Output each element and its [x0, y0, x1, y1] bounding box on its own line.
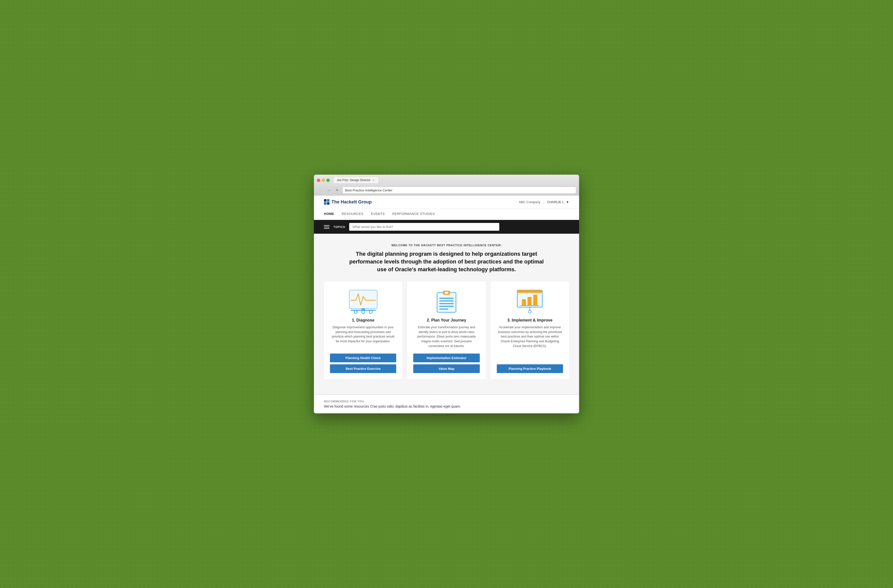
svg-rect-19 — [439, 308, 448, 310]
svg-rect-17 — [439, 303, 454, 304]
tab-close-icon[interactable]: ✕ — [373, 179, 375, 182]
implementation-estimator-button[interactable]: Implementation Estimator — [413, 353, 480, 362]
browser-titlebar: Joe Fritz: Design Director ✕ — [317, 177, 576, 183]
card-3-desc: Accelerate your implementation and impro… — [497, 325, 563, 349]
svg-rect-22 — [522, 299, 526, 305]
header-divider: | — [543, 200, 544, 204]
address-bar[interactable] — [343, 186, 576, 194]
card-1-desc: Diagnose improvement opportunities in yo… — [330, 325, 396, 344]
card-plan-journey: 2. Plan Your Journey Estimate your trans… — [407, 281, 486, 379]
value-map-button[interactable]: Value Map — [413, 364, 480, 373]
cards-row: 1. Diagnose Diagnose improvement opportu… — [324, 281, 569, 379]
main-content: WELCOME TO THE HACKETT BEST PRACTICE INT… — [314, 234, 579, 394]
nav-item-resources[interactable]: RESOURCES — [342, 208, 364, 220]
topics-label: TOPICS — [334, 226, 345, 229]
logo-area: The Hackett Group — [324, 199, 372, 205]
hamburger-menu-icon[interactable] — [324, 225, 329, 229]
svg-rect-0 — [324, 199, 326, 202]
welcome-subtitle: WELCOME TO THE HACKETT BEST PRACTICE INT… — [324, 244, 569, 247]
svg-rect-23 — [528, 297, 532, 306]
best-practice-exercise-button[interactable]: Best Practice Exercise — [330, 364, 396, 373]
diagnose-icon — [348, 289, 378, 314]
svg-point-9 — [369, 311, 372, 314]
header-right: ABC Company | CHARLIE L. ▼ — [519, 200, 569, 204]
tab-title: Joe Fritz: Design Director — [337, 178, 370, 182]
svg-rect-5 — [349, 290, 377, 308]
svg-rect-2 — [324, 202, 326, 205]
nav-item-events[interactable]: EVENTS — [371, 208, 385, 220]
site-header: The Hackett Group ABC Company | CHARLIE … — [314, 195, 579, 208]
back-button[interactable]: ← — [317, 187, 323, 193]
user-dropdown[interactable]: CHARLIE L. ▼ — [547, 200, 569, 204]
browser-tab[interactable]: Joe Fritz: Design Director ✕ — [334, 177, 378, 183]
forward-button[interactable]: → — [325, 187, 332, 193]
browser-window: Joe Fritz: Design Director ✕ ← → ✕ The — [314, 174, 579, 413]
company-name: ABC Company — [519, 200, 540, 204]
reload-button[interactable]: ✕ — [334, 187, 340, 193]
implement-improve-icon — [515, 289, 545, 314]
svg-rect-10 — [351, 310, 376, 311]
svg-rect-6 — [361, 308, 365, 310]
svg-rect-21 — [517, 290, 542, 293]
dropdown-chevron-icon: ▼ — [566, 200, 569, 204]
card-1-title: 1. Diagnose — [352, 318, 374, 323]
recommended-label: RECOMMENDED FOR YOU — [324, 400, 569, 403]
card-3-title: 3. Implement & Improve — [507, 318, 553, 323]
planning-practice-playbook-button[interactable]: Planning Practice Playbook — [497, 364, 563, 373]
card-3-buttons: Planning Practice Playbook — [497, 364, 563, 373]
browser-toolbar: ← → ✕ — [317, 185, 576, 195]
plan-journey-icon — [431, 289, 462, 314]
card-2-title: 2. Plan Your Journey — [427, 318, 466, 323]
topics-bar: TOPICS — [314, 220, 579, 234]
welcome-headline: The digital planning program is designed… — [349, 250, 544, 273]
logo-icon — [324, 199, 329, 205]
svg-rect-24 — [533, 295, 537, 306]
traffic-lights — [317, 179, 330, 182]
user-name: CHARLIE L. — [547, 200, 565, 204]
card-2-buttons: Implementation Estimator Value Map — [413, 353, 480, 373]
nav-item-performance-studies[interactable]: PERFORMANCE STUDIES — [392, 208, 435, 220]
maximize-button[interactable] — [326, 179, 330, 182]
planning-health-check-button[interactable]: Planning Health Check — [330, 353, 396, 362]
svg-rect-1 — [327, 199, 329, 202]
recommended-section: RECOMMENDED FOR YOU We've found some res… — [314, 394, 579, 414]
svg-point-7 — [354, 311, 357, 314]
svg-point-8 — [362, 311, 365, 314]
svg-rect-18 — [439, 306, 454, 307]
svg-rect-14 — [445, 292, 448, 293]
svg-rect-15 — [439, 298, 454, 299]
close-button[interactable] — [317, 179, 320, 182]
welcome-section: WELCOME TO THE HACKETT BEST PRACTICE INT… — [324, 244, 569, 273]
logo-text: The Hackett Group — [331, 199, 372, 205]
nav-item-home[interactable]: HOME — [324, 208, 334, 220]
svg-rect-3 — [327, 202, 329, 205]
site-nav: HOME RESOURCES EVENTS PERFORMANCE STUDIE… — [314, 208, 579, 220]
card-implement-improve: 3. Implement & Improve Accelerate your i… — [491, 281, 569, 379]
minimize-button[interactable] — [322, 179, 325, 182]
card-1-buttons: Planning Health Check Best Practice Exer… — [330, 353, 396, 373]
website-content: The Hackett Group ABC Company | CHARLIE … — [314, 195, 579, 413]
card-diagnose: 1. Diagnose Diagnose improvement opportu… — [324, 281, 402, 379]
browser-chrome: Joe Fritz: Design Director ✕ ← → ✕ — [314, 174, 579, 195]
card-2-desc: Estimate your transformation journey and… — [413, 325, 480, 349]
svg-rect-16 — [439, 300, 454, 302]
recommended-text: We've found some resources Cras justo od… — [324, 405, 569, 408]
search-input[interactable] — [349, 223, 499, 231]
